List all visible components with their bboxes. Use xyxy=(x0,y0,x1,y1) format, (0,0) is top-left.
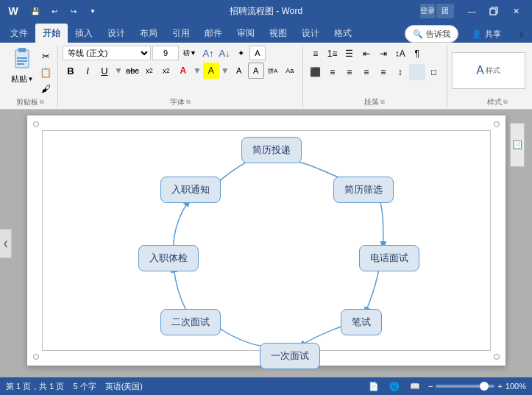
bold-btn[interactable]: B xyxy=(63,63,79,79)
paste-dropdown[interactable]: 粘贴 ▼ xyxy=(11,74,34,85)
clipboard-content: 粘贴 ▼ ✂ 📋 🖌 xyxy=(7,46,53,96)
align-left-btn[interactable]: ⬛ xyxy=(308,64,324,80)
format-paint-btn[interactable]: 🖌 xyxy=(38,81,53,96)
u-arrow[interactable]: ▼ xyxy=(114,65,123,76)
underline-btn[interactable]: U xyxy=(96,63,113,79)
font-family-select[interactable]: 等线 (正文) xyxy=(63,46,151,60)
team-btn[interactable]: 团 xyxy=(436,4,454,18)
tab-insert[interactable]: 插入 xyxy=(68,24,100,43)
superscript-btn[interactable]: x2 xyxy=(158,63,174,79)
tab-review[interactable]: 审阅 xyxy=(230,24,262,43)
italic-btn[interactable]: I xyxy=(79,63,96,79)
quick-access-more-btn[interactable]: ▼ xyxy=(85,4,100,18)
clear-format-btn[interactable]: ✦ xyxy=(233,46,248,60)
font-size-input[interactable] xyxy=(152,46,179,60)
restore-btn[interactable] xyxy=(483,3,504,19)
zoom-control: − + 100% xyxy=(428,382,526,391)
clipboard-expand[interactable]: ⧉ xyxy=(40,99,44,106)
copy-btn[interactable]: 📋 xyxy=(38,65,53,79)
para-expand[interactable]: ⧉ xyxy=(380,99,385,106)
styles-preview[interactable]: A 样式 xyxy=(452,52,525,89)
zoom-in-btn[interactable]: + xyxy=(497,382,502,391)
print-view-btn[interactable]: 📄 xyxy=(366,380,381,392)
sort-btn[interactable]: ↕A xyxy=(392,46,408,62)
doc-icon: 📄 xyxy=(513,140,522,149)
handle-br[interactable] xyxy=(494,354,500,360)
tab-design[interactable]: 设计 xyxy=(100,24,132,43)
tab-mailings[interactable]: 邮件 xyxy=(197,24,230,43)
node-second-interview[interactable]: 二次面试 xyxy=(160,309,221,335)
font-content: 等线 (正文) 磅▼ A↑ A↓ ✦ A B I U ▼ abc x2 x2 xyxy=(63,46,298,96)
node-resume-submit[interactable]: 简历投递 xyxy=(241,137,302,163)
tell-me-btn[interactable]: 🔍 告诉我 xyxy=(405,25,458,43)
styles-more-btn[interactable]: ⊞ xyxy=(528,79,532,94)
reading-view-btn[interactable]: 📖 xyxy=(408,380,422,392)
hl-arrow[interactable]: ▼ xyxy=(221,65,230,76)
font-expand[interactable]: ⧉ xyxy=(186,99,191,106)
node-phone-interview[interactable]: 电话面试 xyxy=(359,245,419,271)
bullets-btn[interactable]: ≡ xyxy=(308,46,324,62)
align-right-btn[interactable]: ≡ xyxy=(341,64,358,80)
title-bar: W 💾 ↩ ↪ ▼ 招聘流程图 - Word 登录 团 — ✕ xyxy=(0,0,532,22)
login-btn[interactable]: 登录 xyxy=(420,4,435,18)
font-border-btn[interactable]: A xyxy=(248,63,264,79)
paste-area[interactable]: 粘贴 ▼ xyxy=(7,46,37,86)
zoom-slider[interactable] xyxy=(436,385,494,388)
increase-font-btn[interactable]: A↑ xyxy=(201,46,216,60)
font-color-btn[interactable]: A xyxy=(175,63,191,79)
tab-layout[interactable]: 布局 xyxy=(132,24,165,43)
decrease-font-btn[interactable]: A↓ xyxy=(217,46,232,60)
minimize-btn[interactable]: — xyxy=(461,3,482,19)
para-content: ≡ 1≡ ☰ ⇤ ⇥ ↕A ¶ ⬛ ≡ ≡ ≡ ≡ ↕ □ xyxy=(308,46,442,96)
web-view-btn[interactable]: 🌐 xyxy=(387,380,402,392)
char-scale-btn[interactable]: Aa xyxy=(282,63,298,79)
sidebar-toggle[interactable]: ❮ xyxy=(0,229,12,258)
tab-file[interactable]: 文件 xyxy=(3,24,35,43)
multilevel-btn[interactable]: ☰ xyxy=(341,46,358,62)
numbering-btn[interactable]: 1≡ xyxy=(324,46,341,62)
tab-view[interactable]: 视图 xyxy=(262,24,294,43)
strikethrough-btn[interactable]: abc xyxy=(124,63,141,79)
zoom-out-btn[interactable]: − xyxy=(428,382,433,391)
node-resume-screen[interactable]: 简历筛选 xyxy=(333,177,394,203)
cut-btn[interactable]: ✂ xyxy=(38,49,53,63)
node-first-interview[interactable]: 一次面试 xyxy=(260,343,320,369)
justify-btn[interactable]: ≡ xyxy=(358,64,375,80)
node-offer[interactable]: 入职通知 xyxy=(160,177,221,203)
handle-tl[interactable] xyxy=(33,121,39,127)
tab-format[interactable]: 格式 xyxy=(327,24,359,43)
flowchart-diagram[interactable]: 简历投递 简历筛选 电话面试 笔试 一次面试 二次面试 入职体检 入职通知 xyxy=(42,130,491,351)
increase-indent-btn[interactable]: ⇥ xyxy=(375,46,391,62)
styles-expand[interactable]: ⧉ xyxy=(503,99,508,106)
share-btn[interactable]: 👤 共享 xyxy=(463,25,510,43)
save-quick-btn[interactable]: 💾 xyxy=(28,4,43,18)
undo-quick-btn[interactable]: ↩ xyxy=(47,4,62,18)
border-btn[interactable]: □ xyxy=(426,64,442,80)
char-shading-btn[interactable]: A xyxy=(231,63,247,79)
tab-design2[interactable]: 设计 xyxy=(294,24,327,43)
distribute-btn[interactable]: ≡ xyxy=(375,64,391,80)
font-size-unit-btn[interactable]: 磅▼ xyxy=(180,46,199,60)
tab-home[interactable]: 开始 xyxy=(35,24,68,43)
highlight-btn[interactable]: A xyxy=(203,63,219,79)
styles-up-btn[interactable]: ▲ xyxy=(528,47,532,62)
tab-references[interactable]: 引用 xyxy=(165,24,197,43)
subscript-btn[interactable]: x2 xyxy=(141,63,157,79)
styles-down-btn[interactable]: ▼ xyxy=(528,63,532,78)
window-title: 招聘流程图 - Word xyxy=(230,5,302,18)
pinyin-btn[interactable]: 拼A xyxy=(265,63,281,79)
redo-quick-btn[interactable]: ↪ xyxy=(66,4,81,18)
close-btn[interactable]: ✕ xyxy=(506,3,526,19)
line-spacing-btn[interactable]: ↕ xyxy=(392,64,408,80)
shading-btn[interactable] xyxy=(409,64,425,80)
fc-arrow[interactable]: ▼ xyxy=(193,65,202,76)
handle-bl[interactable] xyxy=(33,354,39,360)
show-marks-btn[interactable]: ¶ xyxy=(409,46,425,62)
handle-tr[interactable] xyxy=(494,121,500,127)
align-center-btn[interactable]: ≡ xyxy=(324,64,341,80)
node-medical-exam[interactable]: 入职体检 xyxy=(138,245,199,271)
ribbon-collapse-btn[interactable]: ∧ xyxy=(514,26,529,42)
font-dialog-btn[interactable]: A xyxy=(249,46,266,60)
decrease-indent-btn[interactable]: ⇤ xyxy=(358,46,375,62)
node-written-test[interactable]: 笔试 xyxy=(341,309,382,335)
